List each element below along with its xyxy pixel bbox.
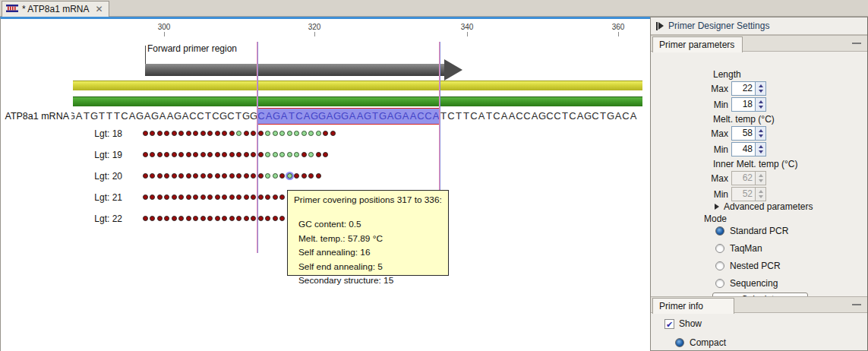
- radio-icon[interactable]: [675, 338, 684, 347]
- tab-primer-parameters[interactable]: Primer parameters: [652, 36, 743, 52]
- primer-dot[interactable]: [316, 173, 321, 179]
- primer-dot[interactable]: [172, 216, 177, 221]
- primer-dot[interactable]: [244, 152, 249, 157]
- primer-dot[interactable]: [143, 173, 148, 179]
- primer-dot[interactable]: [193, 194, 198, 200]
- primer-dot[interactable]: [294, 173, 299, 179]
- sequence-base[interactable]: G: [607, 109, 614, 124]
- primer-dot[interactable]: [164, 152, 169, 157]
- sequence-base[interactable]: C: [121, 109, 128, 124]
- primer-dot[interactable]: [229, 173, 235, 179]
- length-max-value[interactable]: 22: [732, 82, 755, 95]
- radio-icon[interactable]: [715, 261, 724, 270]
- sequence-base[interactable]: G: [341, 109, 349, 124]
- primer-dot[interactable]: [157, 131, 163, 136]
- primer-dot[interactable]: [207, 131, 213, 136]
- length-min-spinner[interactable]: 18: [731, 97, 766, 112]
- primer-dot[interactable]: [172, 173, 177, 179]
- primer-dot[interactable]: [178, 216, 184, 221]
- sequence-base[interactable]: A: [576, 109, 584, 124]
- primer-dot[interactable]: [258, 152, 264, 157]
- primer-dot[interactable]: [229, 152, 235, 157]
- primer-dot[interactable]: [172, 152, 177, 157]
- primer-dot[interactable]: [279, 216, 285, 221]
- primer-dot[interactable]: [150, 131, 155, 136]
- primer-dot[interactable]: [222, 216, 227, 221]
- primer-dot[interactable]: [251, 216, 256, 221]
- primer-dot[interactable]: [186, 131, 191, 136]
- primer-dot[interactable]: [251, 131, 256, 136]
- primer-dot[interactable]: [193, 131, 198, 136]
- primer-dot[interactable]: [200, 216, 206, 221]
- radio-icon[interactable]: [715, 226, 724, 236]
- primer-dot[interactable]: [150, 194, 155, 200]
- primer-dot[interactable]: [258, 131, 264, 136]
- primer-dot[interactable]: [308, 152, 314, 157]
- sequence-base[interactable]: G: [318, 109, 326, 124]
- close-icon[interactable]: ✕: [95, 5, 103, 14]
- primer-dot[interactable]: [222, 152, 227, 157]
- primer-dot[interactable]: [236, 131, 241, 136]
- primer-dot[interactable]: [143, 194, 148, 200]
- primer-dot[interactable]: [279, 131, 285, 136]
- primer-dot[interactable]: [164, 173, 169, 179]
- sequence-base[interactable]: G: [219, 109, 227, 124]
- sequence-base[interactable]: T: [440, 109, 447, 124]
- primer-dot[interactable]: [222, 173, 227, 179]
- sequence-base[interactable]: A: [508, 109, 516, 124]
- primer-dot[interactable]: [316, 131, 321, 136]
- sequence-base[interactable]: G: [242, 109, 250, 124]
- melt-max-value[interactable]: 58: [732, 127, 755, 140]
- sequence-base[interactable]: A: [265, 109, 273, 124]
- primer-dot[interactable]: [301, 152, 307, 157]
- sequence-base[interactable]: A: [500, 109, 508, 124]
- sequence-base[interactable]: C: [546, 109, 554, 124]
- sequence-base[interactable]: C: [523, 109, 531, 124]
- primer-dot[interactable]: [273, 173, 278, 179]
- primer-dot[interactable]: [164, 194, 169, 200]
- sequence-base[interactable]: G: [364, 109, 371, 124]
- primer-dot[interactable]: [143, 216, 148, 221]
- sequence-base[interactable]: C: [447, 109, 455, 124]
- sequence-base[interactable]: T: [235, 109, 242, 124]
- radio-nested-pcr[interactable]: Nested PCR: [715, 261, 781, 271]
- primer-dot[interactable]: [222, 194, 227, 200]
- sequence-base[interactable]: C: [417, 109, 425, 124]
- primer-dot[interactable]: [157, 173, 163, 179]
- sequence-base[interactable]: A: [531, 109, 538, 124]
- sequence-base[interactable]: T: [485, 109, 493, 124]
- primer-dot[interactable]: [236, 194, 241, 200]
- checkbox-icon[interactable]: ✔: [664, 319, 674, 329]
- primer-dot[interactable]: [287, 131, 292, 136]
- primer-dot[interactable]: [236, 152, 241, 157]
- sequence-base[interactable]: G: [273, 109, 280, 124]
- advanced-parameters-toggle[interactable]: Advanced parameters: [715, 201, 813, 212]
- primer-dot[interactable]: [273, 131, 278, 136]
- sequence-base[interactable]: T: [113, 109, 121, 124]
- radio-icon[interactable]: [715, 244, 724, 253]
- sequence-base[interactable]: A: [630, 109, 637, 124]
- primer-dot[interactable]: [301, 173, 307, 179]
- sequence-base[interactable]: T: [599, 109, 607, 124]
- primer-dot[interactable]: [236, 216, 241, 221]
- sequence-base[interactable]: A: [409, 109, 417, 124]
- primer-dot[interactable]: [258, 216, 264, 221]
- primer-dot[interactable]: [143, 131, 148, 136]
- sequence-base[interactable]: T: [455, 109, 462, 124]
- primer-dot[interactable]: [244, 131, 249, 136]
- primer-dot[interactable]: [178, 173, 184, 179]
- radio-taqman[interactable]: TaqMan: [715, 243, 762, 254]
- primer-dot[interactable]: [157, 152, 163, 157]
- sequence-base[interactable]: A: [326, 109, 333, 124]
- sequence-base[interactable]: T: [98, 109, 106, 124]
- primer-dot[interactable]: [308, 173, 314, 179]
- radio-compact[interactable]: Compact: [675, 337, 726, 348]
- sequence-base[interactable]: A: [75, 109, 83, 124]
- sequence-base[interactable]: G: [394, 109, 402, 124]
- primer-dot[interactable]: [164, 131, 169, 136]
- primer-dot[interactable]: [200, 194, 206, 200]
- sequence-base[interactable]: A: [128, 109, 136, 124]
- primer-dot[interactable]: [207, 216, 213, 221]
- primer-dot[interactable]: [265, 152, 270, 157]
- melt-min-spinner[interactable]: 48: [731, 142, 766, 157]
